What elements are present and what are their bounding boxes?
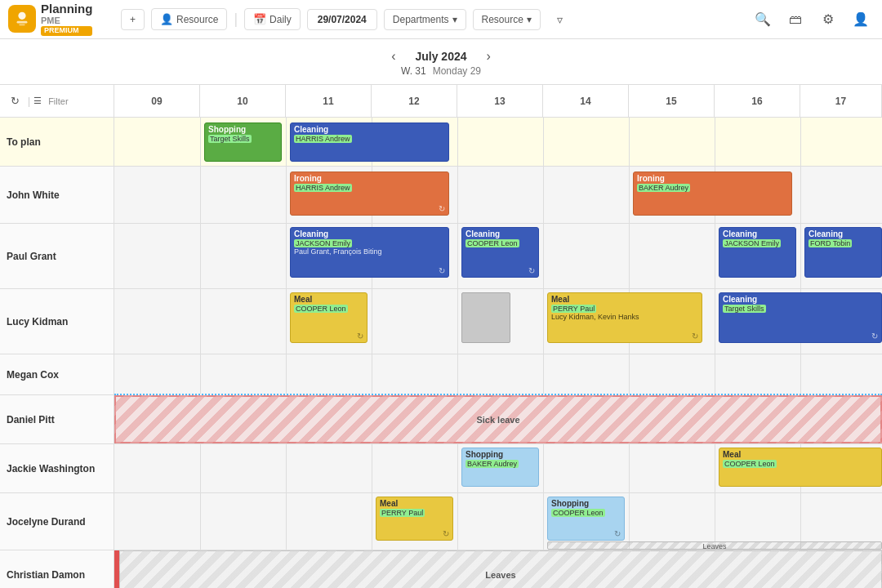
grid-row-to-plan: Shopping Target Skills Cleaning HARRIS A… bbox=[114, 118, 882, 167]
row-label-christian: Christian Damon bbox=[0, 550, 114, 588]
row-label-jackie: Jackie Washington bbox=[0, 444, 114, 493]
logo: Planning PME PREMIUM bbox=[8, 2, 114, 36]
svg-point-0 bbox=[18, 12, 25, 20]
col-15: 15 bbox=[629, 85, 715, 117]
gray-block bbox=[461, 292, 510, 343]
event-paul-cleaning2[interactable]: Cleaning COOPER Leon ↻ bbox=[461, 227, 539, 278]
grid-row-daniel: Sick leave bbox=[114, 395, 882, 444]
logo-premium: PREMIUM bbox=[41, 26, 92, 36]
prev-button[interactable]: ‹ bbox=[385, 47, 402, 65]
resource-view-button[interactable]: Resource ▾ bbox=[473, 9, 541, 30]
database-button[interactable]: 🗃 bbox=[782, 7, 808, 33]
daily-button[interactable]: 📅 Daily bbox=[244, 8, 301, 30]
grid-body: Shopping Target Skills Cleaning HARRIS A… bbox=[114, 118, 882, 588]
grid-row-lucy: Meal COOPER Leon ↻ Meal PERRY Paul Lucy … bbox=[114, 289, 882, 354]
next-button[interactable]: › bbox=[480, 47, 497, 65]
main-area: ↻ | ☰ Filter To plan John White Paul Gra… bbox=[0, 85, 882, 588]
calendar-icon: 📅 bbox=[253, 13, 266, 25]
refresh-button[interactable]: ↻ bbox=[5, 91, 24, 111]
event-lucy-meal2[interactable]: Meal PERRY Paul Lucy Kidman, Kevin Hanks… bbox=[547, 292, 702, 343]
event-paul-cleaning3[interactable]: Cleaning JACKSON Emily bbox=[719, 227, 796, 278]
event-john-ironing2[interactable]: Ironing BAKER Audrey bbox=[633, 172, 792, 216]
row-label-paul: Paul Grant bbox=[0, 224, 114, 289]
calendar-header: ‹ July 2024 › W. 31 Monday 29 bbox=[0, 39, 882, 85]
database-icon: 🗃 bbox=[789, 12, 802, 27]
resource-button[interactable]: 👤 Resource bbox=[151, 8, 227, 30]
grid-row-paul: Cleaning JACKSON Emily Paul Grant, Franç… bbox=[114, 224, 882, 289]
event-lucy-meal1[interactable]: Meal COOPER Leon ↻ bbox=[290, 292, 368, 343]
sick-leave-label: Sick leave bbox=[476, 415, 519, 425]
col-11: 11 bbox=[286, 85, 372, 117]
date-label: 29/07/2024 bbox=[318, 14, 367, 25]
grid-row-jackie: Shopping BAKER Audrey Meal COOPER Leon bbox=[114, 444, 882, 493]
sick-leave-stripe: Sick leave bbox=[114, 395, 882, 443]
leaves-stripe-jocelyne: Leaves bbox=[547, 541, 882, 550]
grid-row-christian: Leaves bbox=[114, 550, 882, 588]
user-button[interactable]: 👤 bbox=[848, 7, 874, 33]
departments-label: Departments bbox=[393, 14, 449, 25]
event-to-plan-shopping[interactable]: Shopping Target Skills bbox=[204, 122, 282, 162]
event-to-plan-cleaning[interactable]: Cleaning HARRIS Andrew bbox=[290, 122, 449, 162]
refresh-icon: ↻ bbox=[11, 95, 20, 107]
gear-icon: ⚙ bbox=[822, 11, 834, 27]
add-button[interactable]: + bbox=[121, 9, 145, 30]
col-12: 12 bbox=[372, 85, 457, 117]
day-label: Monday 29 bbox=[433, 65, 481, 77]
settings-button[interactable]: ⚙ bbox=[815, 7, 841, 33]
calendar-grid: 09 10 11 12 13 14 15 16 17 bbox=[114, 85, 882, 588]
sort-icon: ☰ bbox=[33, 96, 42, 106]
row-label-daniel: Daniel Pitt bbox=[0, 395, 114, 444]
logo-pme: PME bbox=[41, 16, 92, 25]
filter-button[interactable]: ▿ bbox=[547, 7, 573, 33]
col-14: 14 bbox=[543, 85, 629, 117]
top-nav: Planning PME PREMIUM + 👤 Resource | 📅 Da… bbox=[0, 0, 882, 39]
event-jackie-meal[interactable]: Meal COOPER Leon bbox=[719, 448, 882, 487]
week-label: W. 31 bbox=[401, 65, 426, 77]
month-year: July 2024 bbox=[415, 50, 466, 63]
event-paul-cleaning1[interactable]: Cleaning JACKSON Emily Paul Grant, Franç… bbox=[290, 227, 449, 278]
event-jocelyne-meal[interactable]: Meal PERRY Paul ↻ bbox=[376, 497, 453, 541]
col-09: 09 bbox=[114, 85, 200, 117]
leaves-label: Leaves bbox=[485, 570, 515, 580]
col-10: 10 bbox=[200, 85, 286, 117]
filter-label: Filter bbox=[48, 96, 68, 106]
chevron-down-icon: ▾ bbox=[452, 14, 457, 25]
resource-view-label: Resource bbox=[482, 14, 523, 25]
date-button[interactable]: 29/07/2024 bbox=[307, 9, 377, 30]
user-icon: 👤 bbox=[853, 11, 869, 27]
row-label-to-plan: To plan bbox=[0, 118, 114, 167]
col-17: 17 bbox=[800, 85, 882, 117]
filter-icon: ▿ bbox=[557, 13, 563, 26]
grid-row-megan bbox=[114, 354, 882, 395]
search-button[interactable]: 🔍 bbox=[750, 7, 776, 33]
christian-leaves: Leaves bbox=[119, 550, 882, 588]
svg-rect-2 bbox=[19, 24, 24, 26]
grid-row-jocelyne: Meal PERRY Paul ↻ Shopping COOPER Leon ↻… bbox=[114, 493, 882, 550]
row-label-megan: Megan Cox bbox=[0, 354, 114, 395]
row-label-john: John White bbox=[0, 167, 114, 224]
event-john-ironing1[interactable]: Ironing HARRIS Andrew ↻ bbox=[290, 172, 449, 216]
chevron-down-icon2: ▾ bbox=[527, 14, 532, 25]
column-headers: 09 10 11 12 13 14 15 16 17 bbox=[114, 85, 882, 118]
event-jocelyne-shopping[interactable]: Shopping COOPER Leon ↻ bbox=[547, 497, 625, 541]
logo-planning: Planning bbox=[41, 2, 92, 16]
grid-row-john: Ironing HARRIS Andrew ↻ Ironing BAKER Au… bbox=[114, 167, 882, 224]
event-jackie-shopping[interactable]: Shopping BAKER Audrey bbox=[461, 448, 539, 487]
event-lucy-cleaning[interactable]: Cleaning Target Skills ↻ bbox=[719, 292, 882, 343]
svg-rect-1 bbox=[17, 21, 28, 24]
header-controls: ↻ | ☰ Filter bbox=[0, 85, 114, 118]
departments-button[interactable]: Departments ▾ bbox=[384, 9, 466, 30]
search-icon: 🔍 bbox=[755, 11, 771, 27]
resource-label: Resource bbox=[176, 14, 218, 25]
daily-label: Daily bbox=[270, 14, 292, 25]
logo-icon bbox=[8, 5, 36, 33]
col-16: 16 bbox=[715, 85, 800, 117]
resource-icon: 👤 bbox=[160, 13, 173, 25]
col-13: 13 bbox=[457, 85, 543, 117]
add-icon: + bbox=[130, 14, 136, 25]
row-label-lucy: Lucy Kidman bbox=[0, 289, 114, 354]
row-headers: ↻ | ☰ Filter To plan John White Paul Gra… bbox=[0, 85, 114, 588]
row-label-jocelyne: Jocelyne Durand bbox=[0, 493, 114, 550]
event-paul-cleaning4[interactable]: Cleaning FORD Tobin bbox=[804, 227, 882, 278]
